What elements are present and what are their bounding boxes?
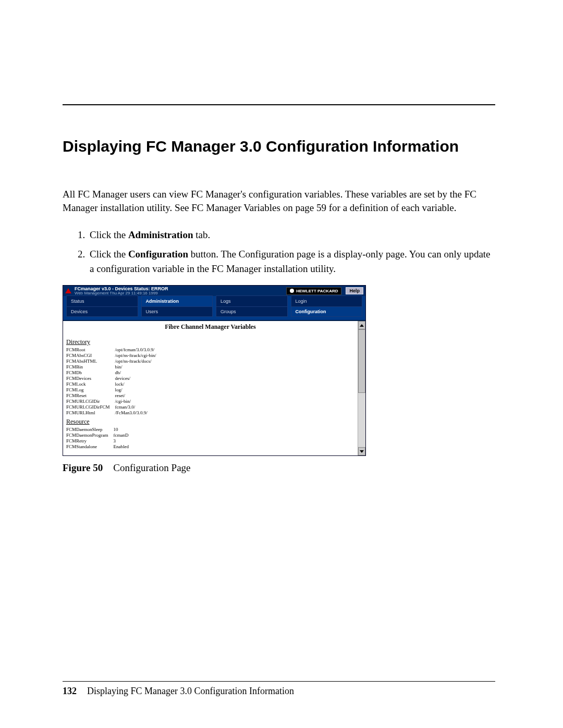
variables-table: FCMDaemonSleep10FCMDaemonProgramfcmanDFC… xyxy=(66,427,134,450)
table-row: FCMLoglog/ xyxy=(66,387,162,393)
var-value: /opt/ns-ftrack/docs/ xyxy=(115,359,162,364)
var-value: /FcMan3.0/3.0.9/ xyxy=(115,410,162,416)
var-name: FCMDaemonSleep xyxy=(66,427,114,433)
var-value: Enabled xyxy=(114,444,134,450)
step-2-bold: Configuration xyxy=(128,249,188,260)
variables-table: FCMRoot/opt/fcman/3.0/3.0.9/FCMAbsCGI/op… xyxy=(66,347,162,416)
footer-text: Displaying FC Manager 3.0 Configuration … xyxy=(87,686,294,696)
content-area: Fibre Channel Manager Variables Director… xyxy=(63,321,365,455)
table-row: FCMDaemonProgramfcmanD xyxy=(66,433,134,438)
var-value: devices/ xyxy=(115,376,162,381)
var-value: /opt/fcman/3.0/3.0.9/ xyxy=(115,347,162,353)
figure-screenshot: FCmanager v3.0 - Devices Status: ERROR W… xyxy=(63,285,365,474)
step-2-pre: Click the xyxy=(90,249,128,260)
chevron-down-icon xyxy=(360,450,364,453)
table-row: FCMBinbin/ xyxy=(66,364,162,370)
table-row: FCMURLCGIDirFCMfcman/3.0/ xyxy=(66,404,162,410)
var-name: FCMURLCGIDirFCM xyxy=(66,404,115,410)
tab-logs[interactable]: Logs xyxy=(216,295,288,306)
scrollbar[interactable] xyxy=(358,321,365,455)
figure-caption-text: Configuration Page xyxy=(113,462,190,473)
scroll-track[interactable] xyxy=(358,329,365,447)
hp-logo-icon xyxy=(290,289,294,293)
help-button[interactable]: Help xyxy=(346,287,363,294)
step-2: Click the Configuration button. The Conf… xyxy=(88,247,495,276)
table-row: FCMURLHtml/FcMan3.0/3.0.9/ xyxy=(66,410,162,416)
var-name: FCMURLCGIDir xyxy=(66,399,115,404)
title-line2: Web Management Thu Apr 29 11:49:16 1999 xyxy=(75,291,168,295)
var-value: log/ xyxy=(115,387,162,393)
var-value: 10 xyxy=(114,427,134,433)
var-value: fcmanD xyxy=(114,433,134,438)
page-footer: 132Displaying FC Manager 3.0 Configurati… xyxy=(63,681,495,697)
var-value: /cgi-bin/ xyxy=(115,399,162,404)
step-1: Click the Administration tab. xyxy=(88,228,495,242)
figure-label: Figure 50 xyxy=(63,462,103,473)
hp-logo-text: HEWLETT PACKARD xyxy=(296,289,338,293)
var-name: FCMURLHtml xyxy=(66,410,115,416)
content-title: Fibre Channel Manager Variables xyxy=(66,322,354,336)
sub-tab-row: DevicesUsersGroupsConfiguration xyxy=(63,306,365,321)
var-name: FCMAbsHTML xyxy=(66,359,115,364)
group-heading: Directory xyxy=(66,338,354,346)
top-rule xyxy=(63,104,495,105)
warning-icon xyxy=(65,288,71,293)
var-value: 3 xyxy=(114,438,134,444)
var-name: FCMAbsCGI xyxy=(66,353,115,359)
table-row: FCMURLCGIDir/cgi-bin/ xyxy=(66,399,162,404)
hp-logo: HEWLETT PACKARD xyxy=(286,287,341,295)
var-name: FCMDaemonProgram xyxy=(66,433,114,438)
main-tab-row: StatusAdministrationLogsLogin xyxy=(63,296,365,306)
table-row: FCMDevicesdevices/ xyxy=(66,376,162,381)
table-row: FCMResetreset/ xyxy=(66,393,162,399)
scroll-thumb[interactable] xyxy=(358,329,365,393)
subtab-configuration[interactable]: Configuration xyxy=(291,306,363,317)
chevron-up-icon xyxy=(360,324,364,327)
table-row: FCMDbdb/ xyxy=(66,370,162,376)
steps-list: Click the Administration tab. Click the … xyxy=(63,228,495,276)
step-1-post: tab. xyxy=(193,229,210,240)
var-name: FCMStandalone xyxy=(66,444,114,450)
scroll-up-button[interactable] xyxy=(358,321,365,329)
subtab-groups[interactable]: Groups xyxy=(216,306,288,317)
var-name: FCMLog xyxy=(66,387,115,393)
tab-administration[interactable]: Administration xyxy=(141,295,213,306)
table-row: FCMRetry3 xyxy=(66,438,134,444)
tab-status[interactable]: Status xyxy=(66,295,138,306)
table-row: FCMRoot/opt/fcman/3.0/3.0.9/ xyxy=(66,347,162,353)
step-1-pre: Click the xyxy=(90,229,128,240)
group-heading: Resource xyxy=(66,418,354,426)
var-value: fcman/3.0/ xyxy=(115,404,162,410)
var-name: FCMRetry xyxy=(66,438,114,444)
table-row: FCMAbsCGI/opt/ns-ftrack/cgi-bin/ xyxy=(66,353,162,359)
intro-paragraph: All FC Manager users can view FC Manager… xyxy=(63,188,495,215)
var-value: db/ xyxy=(115,370,162,376)
var-name: FCMReset xyxy=(66,393,115,399)
section-heading: Displaying FC Manager 3.0 Configuration … xyxy=(63,137,495,156)
figure-caption: Figure 50Configuration Page xyxy=(63,462,365,474)
page-number: 132 xyxy=(63,686,77,696)
table-row: FCMAbsHTML/opt/ns-ftrack/docs/ xyxy=(66,359,162,364)
subtab-devices[interactable]: Devices xyxy=(66,306,138,317)
var-name: FCMBin xyxy=(66,364,115,370)
table-row: FCMStandaloneEnabled xyxy=(66,444,134,450)
app-window: FCmanager v3.0 - Devices Status: ERROR W… xyxy=(63,285,366,456)
step-1-bold: Administration xyxy=(128,229,193,240)
content-scroll: Fibre Channel Manager Variables Director… xyxy=(63,321,358,455)
title-text: FCmanager v3.0 - Devices Status: ERROR W… xyxy=(75,287,168,295)
scroll-down-button[interactable] xyxy=(358,447,365,455)
var-value: /opt/ns-ftrack/cgi-bin/ xyxy=(115,353,162,359)
table-row: FCMDaemonSleep10 xyxy=(66,427,134,433)
var-name: FCMDevices xyxy=(66,376,115,381)
app-titlebar: FCmanager v3.0 - Devices Status: ERROR W… xyxy=(63,286,365,296)
var-value: reset/ xyxy=(115,393,162,399)
var-value: bin/ xyxy=(115,364,162,370)
subtab-users[interactable]: Users xyxy=(141,306,213,317)
tab-login[interactable]: Login xyxy=(291,295,363,306)
var-name: FCMDb xyxy=(66,370,115,376)
table-row: FCMLocklock/ xyxy=(66,381,162,387)
var-name: FCMLock xyxy=(66,381,115,387)
var-value: lock/ xyxy=(115,381,162,387)
var-name: FCMRoot xyxy=(66,347,115,353)
footer-rule xyxy=(63,681,495,682)
